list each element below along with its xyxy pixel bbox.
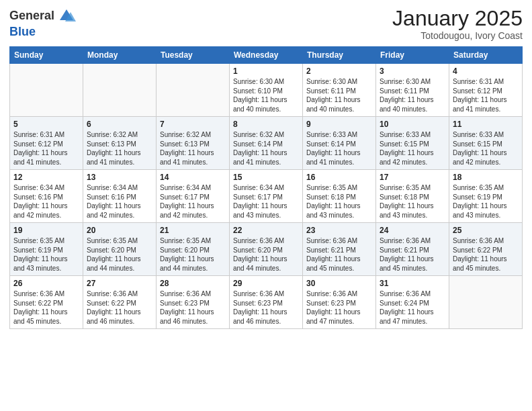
calendar-cell: 30Sunrise: 6:36 AM Sunset: 6:23 PM Dayli… bbox=[303, 276, 376, 329]
day-number: 21 bbox=[160, 226, 226, 235]
calendar-cell: 5Sunrise: 6:31 AM Sunset: 6:12 PM Daylig… bbox=[10, 117, 83, 170]
day-number: 8 bbox=[233, 120, 299, 129]
calendar-cell: 1Sunrise: 6:30 AM Sunset: 6:10 PM Daylig… bbox=[230, 64, 303, 117]
day-info: Sunrise: 6:33 AM Sunset: 6:15 PM Dayligh… bbox=[380, 130, 445, 167]
calendar-cell bbox=[157, 64, 230, 117]
day-info: Sunrise: 6:36 AM Sunset: 6:21 PM Dayligh… bbox=[380, 236, 445, 273]
calendar-cell: 11Sunrise: 6:33 AM Sunset: 6:15 PM Dayli… bbox=[449, 117, 523, 170]
day-info: Sunrise: 6:35 AM Sunset: 6:20 PM Dayligh… bbox=[160, 236, 226, 273]
day-number: 5 bbox=[13, 120, 79, 129]
calendar-cell: 29Sunrise: 6:36 AM Sunset: 6:23 PM Dayli… bbox=[230, 276, 303, 329]
day-number: 14 bbox=[160, 173, 226, 182]
day-info: Sunrise: 6:31 AM Sunset: 6:12 PM Dayligh… bbox=[453, 77, 519, 113]
day-info: Sunrise: 6:35 AM Sunset: 6:19 PM Dayligh… bbox=[13, 236, 79, 273]
calendar-cell: 2Sunrise: 6:30 AM Sunset: 6:11 PM Daylig… bbox=[303, 64, 376, 117]
day-number: 28 bbox=[160, 279, 226, 288]
day-number: 4 bbox=[453, 66, 519, 76]
day-info: Sunrise: 6:32 AM Sunset: 6:14 PM Dayligh… bbox=[233, 130, 299, 167]
week-row-1: 1Sunrise: 6:30 AM Sunset: 6:10 PM Daylig… bbox=[10, 64, 523, 117]
calendar-cell: 8Sunrise: 6:32 AM Sunset: 6:14 PM Daylig… bbox=[230, 117, 303, 170]
day-number: 31 bbox=[380, 279, 445, 288]
day-info: Sunrise: 6:34 AM Sunset: 6:17 PM Dayligh… bbox=[233, 183, 299, 220]
day-info: Sunrise: 6:35 AM Sunset: 6:20 PM Dayligh… bbox=[87, 236, 152, 273]
day-number: 29 bbox=[233, 279, 299, 288]
day-info: Sunrise: 6:36 AM Sunset: 6:21 PM Dayligh… bbox=[306, 236, 372, 273]
title-month: January 2025 bbox=[392, 7, 523, 30]
calendar-cell: 22Sunrise: 6:36 AM Sunset: 6:20 PM Dayli… bbox=[230, 223, 303, 276]
day-number: 9 bbox=[306, 120, 372, 129]
calendar-cell: 23Sunrise: 6:36 AM Sunset: 6:21 PM Dayli… bbox=[303, 223, 376, 276]
day-info: Sunrise: 6:36 AM Sunset: 6:23 PM Dayligh… bbox=[306, 289, 372, 326]
title-location: Totodougou, Ivory Coast bbox=[392, 30, 523, 41]
header-row: SundayMondayTuesdayWednesdayThursdayFrid… bbox=[10, 47, 523, 64]
day-number: 27 bbox=[87, 279, 152, 288]
day-info: Sunrise: 6:31 AM Sunset: 6:12 PM Dayligh… bbox=[13, 130, 79, 167]
day-info: Sunrise: 6:33 AM Sunset: 6:15 PM Dayligh… bbox=[453, 130, 519, 167]
day-number: 12 bbox=[13, 173, 79, 182]
day-number: 2 bbox=[306, 66, 372, 76]
day-number: 26 bbox=[13, 279, 79, 288]
day-info: Sunrise: 6:32 AM Sunset: 6:13 PM Dayligh… bbox=[160, 130, 226, 167]
day-info: Sunrise: 6:36 AM Sunset: 6:22 PM Dayligh… bbox=[453, 236, 519, 273]
calendar-cell: 17Sunrise: 6:35 AM Sunset: 6:18 PM Dayli… bbox=[376, 170, 449, 223]
calendar-cell: 25Sunrise: 6:36 AM Sunset: 6:22 PM Dayli… bbox=[449, 223, 523, 276]
day-info: Sunrise: 6:36 AM Sunset: 6:23 PM Dayligh… bbox=[160, 289, 226, 326]
day-info: Sunrise: 6:34 AM Sunset: 6:17 PM Dayligh… bbox=[160, 183, 226, 220]
day-info: Sunrise: 6:30 AM Sunset: 6:10 PM Dayligh… bbox=[233, 77, 299, 113]
logo-blue-text: Blue bbox=[9, 25, 36, 38]
week-row-4: 19Sunrise: 6:35 AM Sunset: 6:19 PM Dayli… bbox=[10, 223, 523, 276]
day-info: Sunrise: 6:36 AM Sunset: 6:22 PM Dayligh… bbox=[87, 289, 152, 326]
week-row-5: 26Sunrise: 6:36 AM Sunset: 6:22 PM Dayli… bbox=[10, 276, 523, 329]
calendar-cell: 19Sunrise: 6:35 AM Sunset: 6:19 PM Dayli… bbox=[10, 223, 83, 276]
day-number: 15 bbox=[233, 173, 299, 182]
day-info: Sunrise: 6:36 AM Sunset: 6:22 PM Dayligh… bbox=[13, 289, 79, 326]
calendar-cell: 9Sunrise: 6:33 AM Sunset: 6:14 PM Daylig… bbox=[303, 117, 376, 170]
calendar-cell: 26Sunrise: 6:36 AM Sunset: 6:22 PM Dayli… bbox=[10, 276, 83, 329]
day-info: Sunrise: 6:34 AM Sunset: 6:16 PM Dayligh… bbox=[87, 183, 152, 220]
day-number: 18 bbox=[453, 173, 519, 182]
calendar-cell: 14Sunrise: 6:34 AM Sunset: 6:17 PM Dayli… bbox=[157, 170, 230, 223]
col-header-monday: Monday bbox=[83, 47, 157, 64]
calendar-cell: 6Sunrise: 6:32 AM Sunset: 6:13 PM Daylig… bbox=[83, 117, 157, 170]
day-info: Sunrise: 6:35 AM Sunset: 6:19 PM Dayligh… bbox=[453, 183, 519, 220]
calendar-cell: 12Sunrise: 6:34 AM Sunset: 6:16 PM Dayli… bbox=[10, 170, 83, 223]
col-header-sunday: Sunday bbox=[10, 47, 83, 64]
day-number: 17 bbox=[380, 173, 445, 182]
day-number: 6 bbox=[87, 120, 152, 129]
day-number: 30 bbox=[306, 279, 372, 288]
day-number: 23 bbox=[306, 226, 372, 235]
calendar-cell: 4Sunrise: 6:31 AM Sunset: 6:12 PM Daylig… bbox=[449, 64, 523, 117]
logo-icon bbox=[57, 7, 76, 26]
col-header-thursday: Thursday bbox=[303, 47, 376, 64]
calendar-cell bbox=[10, 64, 83, 117]
day-number: 22 bbox=[233, 226, 299, 235]
calendar-cell: 7Sunrise: 6:32 AM Sunset: 6:13 PM Daylig… bbox=[157, 117, 230, 170]
day-info: Sunrise: 6:36 AM Sunset: 6:23 PM Dayligh… bbox=[233, 289, 299, 326]
day-info: Sunrise: 6:33 AM Sunset: 6:14 PM Dayligh… bbox=[306, 130, 372, 167]
calendar-cell: 15Sunrise: 6:34 AM Sunset: 6:17 PM Dayli… bbox=[230, 170, 303, 223]
calendar: SundayMondayTuesdayWednesdayThursdayFrid… bbox=[9, 46, 523, 329]
day-number: 20 bbox=[87, 226, 152, 235]
calendar-cell: 24Sunrise: 6:36 AM Sunset: 6:21 PM Dayli… bbox=[376, 223, 449, 276]
day-number: 3 bbox=[380, 66, 445, 76]
logo: General Blue bbox=[9, 7, 76, 39]
page: General Blue January 2025 Totodougou, Iv… bbox=[0, 0, 532, 411]
day-info: Sunrise: 6:35 AM Sunset: 6:18 PM Dayligh… bbox=[380, 183, 445, 220]
day-number: 1 bbox=[233, 66, 299, 76]
day-number: 19 bbox=[13, 226, 79, 235]
calendar-cell: 3Sunrise: 6:30 AM Sunset: 6:11 PM Daylig… bbox=[376, 64, 449, 117]
logo-general-text: General bbox=[9, 9, 54, 23]
calendar-cell: 10Sunrise: 6:33 AM Sunset: 6:15 PM Dayli… bbox=[376, 117, 449, 170]
day-info: Sunrise: 6:32 AM Sunset: 6:13 PM Dayligh… bbox=[87, 130, 152, 167]
col-header-friday: Friday bbox=[376, 47, 449, 64]
day-info: Sunrise: 6:35 AM Sunset: 6:18 PM Dayligh… bbox=[306, 183, 372, 220]
calendar-cell bbox=[83, 64, 157, 117]
day-info: Sunrise: 6:36 AM Sunset: 6:20 PM Dayligh… bbox=[233, 236, 299, 273]
day-info: Sunrise: 6:30 AM Sunset: 6:11 PM Dayligh… bbox=[380, 77, 445, 113]
day-info: Sunrise: 6:34 AM Sunset: 6:16 PM Dayligh… bbox=[13, 183, 79, 220]
day-number: 11 bbox=[453, 120, 519, 129]
day-number: 10 bbox=[380, 120, 445, 129]
day-number: 16 bbox=[306, 173, 372, 182]
calendar-cell: 21Sunrise: 6:35 AM Sunset: 6:20 PM Dayli… bbox=[157, 223, 230, 276]
day-number: 24 bbox=[380, 226, 445, 235]
